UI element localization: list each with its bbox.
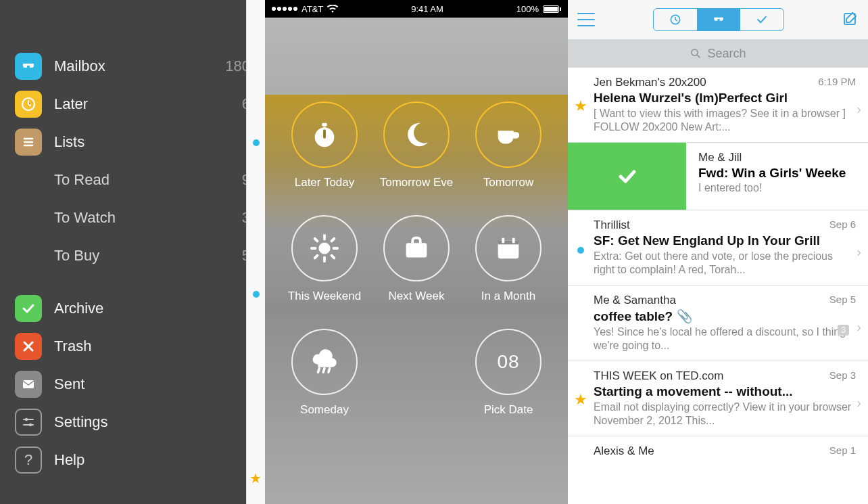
sidebar-label: Archive — [54, 300, 250, 317]
sidebar-label: Help — [54, 451, 250, 469]
sidebar-label: To Read — [54, 171, 242, 189]
msg-subject: Starting a movement -- without... — [594, 384, 856, 399]
snooze-panel: AT&T 9:41 AM 100% Later Today Tomorrow E… — [265, 0, 568, 504]
list-icon — [15, 129, 42, 156]
sidebar-item-mailbox[interactable]: Mailbox 180 — [0, 47, 265, 85]
svg-rect-7 — [406, 243, 427, 257]
msg-time: Sep 1 — [829, 444, 856, 458]
snooze-label: This Weekend — [288, 290, 361, 303]
msg-preview: Email not displaying correctly? View it … — [594, 400, 856, 428]
snooze-in-a-month[interactable]: In a Month — [462, 215, 554, 303]
envelope-icon — [15, 371, 42, 398]
msg-from: Me & Jill — [698, 151, 868, 164]
sidebar-sub-to-read[interactable]: To Read 9 — [0, 161, 265, 199]
calendar-icon — [475, 215, 541, 281]
menu-button[interactable] — [577, 13, 595, 26]
message-row[interactable]: ★ › Jen Bekman's 20x2006:19 PM Helena Wu… — [568, 68, 868, 143]
sidebar-item-help[interactable]: ? Help — [0, 441, 265, 479]
star-icon: ★ — [574, 391, 587, 409]
sun-icon — [291, 215, 358, 281]
msg-from: Thrillist — [594, 219, 630, 232]
snooze-later-today[interactable]: Later Today — [279, 101, 370, 189]
message-list[interactable]: ★ › Jen Bekman's 20x2006:19 PM Helena Wu… — [568, 68, 868, 504]
sidebar-label: Lists — [54, 133, 250, 151]
sidebar-sub-to-watch[interactable]: To Watch 3 — [0, 199, 265, 237]
svg-rect-5 — [322, 123, 327, 127]
sidebar-item-settings[interactable]: Settings — [0, 403, 265, 441]
snooze-grid: Later Today Tomorrow Eve Tomorrow This W… — [265, 101, 568, 417]
svg-point-6 — [318, 242, 330, 254]
sliders-icon — [15, 409, 42, 436]
msg-preview: [ Want to view this with images? See it … — [594, 107, 856, 134]
message-row[interactable]: ★ › THIS WEEK on TED.comSep 3 Starting a… — [568, 361, 868, 436]
seg-later[interactable] — [654, 9, 697, 30]
stopwatch-icon — [291, 101, 358, 168]
snooze-tomorrow-eve[interactable]: Tomorrow Eve — [370, 101, 462, 189]
snooze-label: In a Month — [481, 290, 535, 303]
search-icon — [690, 47, 702, 60]
msg-from: Alexis & Me — [594, 444, 654, 458]
date-icon: 08 — [475, 329, 541, 395]
message-row[interactable]: Alexis & MeSep 1 — [568, 436, 868, 466]
msg-from: Me & Samantha — [594, 294, 676, 307]
help-icon: ? — [15, 446, 42, 474]
message-row[interactable]: › ThrillistSep 6 SF: Get New England Up … — [568, 210, 868, 285]
carrier-label: AT&T — [302, 4, 323, 14]
star-icon: ★ — [574, 97, 587, 115]
archive-swipe-action[interactable] — [568, 143, 686, 210]
snooze-this-weekend[interactable]: This Weekend — [279, 215, 370, 303]
nav-bar — [568, 0, 868, 39]
pick-date-day: 08 — [497, 351, 519, 373]
message-row[interactable]: › 3 Me & SamanthaSep 5 coffee table?📎 Ye… — [568, 285, 868, 361]
sidebar-item-later[interactable]: Later 6 — [0, 85, 265, 123]
attachment-icon: 📎 — [677, 309, 693, 323]
svg-point-2 — [25, 418, 28, 421]
sidebar-item-lists[interactable]: Lists — [0, 123, 265, 161]
snooze-label: Next Week — [389, 290, 445, 303]
sidebar-label: Mailbox — [54, 58, 225, 75]
msg-from: Jen Bekman's 20x200 — [594, 76, 706, 89]
msg-time: 6:19 PM — [818, 76, 856, 89]
seg-archive[interactable] — [740, 9, 783, 30]
chevron-right-icon: › — [857, 319, 861, 335]
snooze-next-week[interactable]: Next Week — [370, 215, 462, 303]
msg-from: THIS WEEK on TED.com — [594, 369, 723, 383]
sidebar-label: Settings — [54, 413, 250, 431]
svg-point-12 — [692, 49, 698, 55]
seg-mailbox[interactable] — [697, 9, 740, 30]
snooze-label: Someday — [300, 403, 349, 417]
compose-button[interactable] — [842, 10, 859, 29]
sidebar-item-sent[interactable]: Sent — [0, 365, 265, 403]
snooze-tomorrow[interactable]: Tomorrow — [462, 101, 554, 189]
unread-dot-icon — [253, 139, 260, 146]
snooze-label: Pick Date — [484, 403, 533, 417]
sidebar-sub-to-buy[interactable]: To Buy 5 — [0, 237, 265, 275]
message-row-swiped[interactable]: Me & Jill Fwd: Win a Girls' Weeke I ente… — [568, 143, 868, 210]
msg-preview: Yes! Since he's local he offered a disco… — [594, 325, 856, 352]
signal-icon — [272, 7, 297, 11]
msg-time: Sep 5 — [829, 294, 856, 307]
star-icon: ★ — [249, 470, 262, 486]
message-content: Me & Jill Fwd: Win a Girls' Weeke I ente… — [686, 143, 868, 210]
unread-dot-icon — [253, 291, 260, 298]
check-icon — [616, 165, 639, 188]
snooze-label: Later Today — [295, 176, 355, 189]
svg-rect-9 — [498, 241, 519, 245]
snooze-someday[interactable]: Someday — [279, 329, 370, 417]
close-icon — [15, 333, 42, 360]
coffee-icon — [475, 101, 541, 168]
segmented-control — [653, 8, 784, 31]
sidebar-item-trash[interactable]: Trash — [0, 327, 265, 365]
briefcase-icon — [383, 215, 450, 281]
snooze-label: Tomorrow — [483, 176, 534, 189]
snooze-pick-date[interactable]: 08 Pick Date — [462, 329, 554, 417]
wifi-icon — [327, 5, 338, 13]
search-placeholder: Search — [707, 47, 746, 61]
status-time: 9:41 AM — [411, 4, 443, 14]
drawer-peek: ★ — [246, 0, 265, 504]
cloud-rain-icon — [291, 329, 358, 395]
chevron-right-icon: › — [857, 395, 861, 411]
sidebar-item-archive[interactable]: Archive — [0, 290, 265, 327]
clock-icon — [15, 91, 42, 118]
search-bar[interactable]: Search — [568, 39, 868, 68]
